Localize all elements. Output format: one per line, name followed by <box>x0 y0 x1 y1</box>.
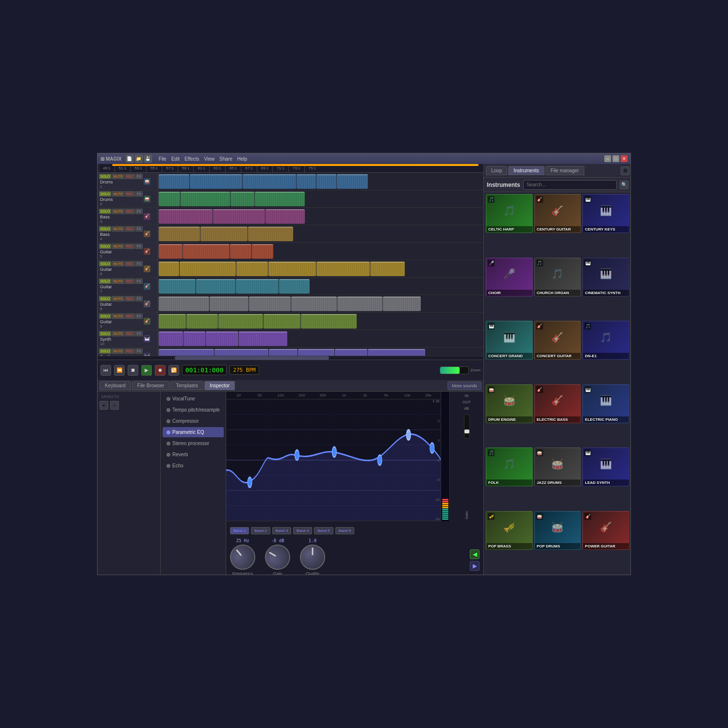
stop-button[interactable]: ⏹ <box>128 365 138 376</box>
search-input[interactable] <box>523 180 617 190</box>
clip[interactable] <box>159 244 182 259</box>
rec-button[interactable]: REC <box>125 191 135 197</box>
open-file-icon[interactable]: 📁 <box>135 155 143 163</box>
eq-graph[interactable]: 6 dB 3 0 -3 -6 -12 -24 <box>226 399 441 521</box>
rewind-button[interactable]: ⏮ <box>100 365 111 376</box>
clip[interactable] <box>255 192 305 206</box>
parametric-eq-item[interactable]: Parametric EQ <box>163 427 224 437</box>
solo-button[interactable]: SOLO <box>99 209 111 214</box>
clip[interactable] <box>210 297 248 311</box>
mute-button[interactable]: MUTE <box>112 296 124 301</box>
reverb-item[interactable]: Reverb <box>163 449 224 460</box>
track-lane[interactable] <box>158 243 483 260</box>
clip[interactable] <box>231 192 254 206</box>
instrument-card[interactable]: 🎸 CENTURY GUITAR 🎸 <box>534 194 581 233</box>
clip[interactable] <box>159 297 209 311</box>
clip[interactable] <box>236 262 268 276</box>
clip[interactable] <box>159 262 179 276</box>
clip[interactable] <box>159 314 186 329</box>
solo-button[interactable]: SOLO <box>99 226 111 232</box>
fx-button[interactable]: FX <box>135 296 143 301</box>
timeline-ruler[interactable]: 49:1 51:1 53:1 55:1 57:1 59:1 61:1 63:1 … <box>98 164 483 173</box>
track-lane[interactable] <box>158 278 483 295</box>
menu-effects[interactable]: Effects <box>184 156 199 162</box>
mute-button[interactable]: MUTE <box>112 226 124 232</box>
track-lane[interactable] <box>158 260 483 277</box>
fx-button[interactable]: FX <box>135 279 143 284</box>
compressor-item[interactable]: Compressor <box>163 416 224 426</box>
solo-button[interactable]: SOLO <box>99 296 111 301</box>
clip[interactable] <box>200 227 248 241</box>
fx-button[interactable]: FX <box>135 331 143 336</box>
track-lane[interactable] <box>158 330 483 347</box>
track-lane[interactable] <box>158 313 483 330</box>
menu-edit[interactable]: Edit <box>171 156 180 162</box>
fx-button[interactable]: FX <box>135 348 143 354</box>
instrument-card[interactable]: 🎸 CONCERT GUITAR 🎸 <box>534 321 581 360</box>
mute-button[interactable]: MUTE <box>112 314 124 319</box>
rec-button[interactable]: REC <box>125 279 135 284</box>
mute-button[interactable]: MUTE <box>112 279 124 284</box>
clip[interactable] <box>159 331 183 346</box>
fx-button[interactable]: FX <box>135 174 143 179</box>
clip[interactable] <box>239 331 287 346</box>
gain-knob[interactable] <box>260 540 295 574</box>
clip[interactable] <box>269 349 298 356</box>
rec-button[interactable]: REC <box>125 209 135 214</box>
file-manager-tab[interactable]: File manager <box>546 166 584 175</box>
tab-inspector[interactable]: Inspector <box>204 381 235 390</box>
search-icon[interactable]: 🔍 <box>620 181 629 189</box>
tab-filebrowser[interactable]: File Browser <box>132 381 170 390</box>
quality-knob[interactable] <box>300 545 325 570</box>
save-file-icon[interactable]: 💾 <box>144 155 152 163</box>
rec-button[interactable]: REC <box>125 314 135 319</box>
clip[interactable] <box>159 349 214 356</box>
instrument-card[interactable]: 🎵 FOLK 🎵 <box>486 447 533 486</box>
clip[interactable] <box>190 174 242 189</box>
remove-effect-button[interactable]: − <box>110 401 119 410</box>
clip[interactable] <box>159 174 189 189</box>
mute-button[interactable]: MUTE <box>112 209 124 214</box>
clip[interactable] <box>249 297 291 311</box>
band-4-button[interactable]: Band 4 <box>293 527 312 534</box>
clip[interactable] <box>218 314 263 329</box>
stereo-processor-item[interactable]: Stereo processor <box>163 438 224 448</box>
rec-button[interactable]: REC <box>125 331 135 336</box>
solo-button[interactable]: SOLO <box>99 279 111 284</box>
instrument-card[interactable]: 🎹 LEAD SYNTH 🎹 <box>582 447 629 486</box>
band-2-button[interactable]: Band 2 <box>251 527 270 534</box>
clip[interactable] <box>368 349 425 356</box>
mute-button[interactable]: MUTE <box>112 174 124 179</box>
master-gain-slider[interactable] <box>464 414 470 439</box>
mute-button[interactable]: MUTE <box>112 348 124 354</box>
tab-keyboard[interactable]: Keyboard <box>99 381 131 390</box>
solo-button[interactable]: SOLO <box>99 261 111 266</box>
clip[interactable] <box>206 331 238 346</box>
echo-item[interactable]: Echo <box>163 461 224 471</box>
mute-button[interactable]: MUTE <box>112 191 124 197</box>
mute-button[interactable]: MUTE <box>112 331 124 336</box>
instrument-card[interactable]: 🎹 CENTURY KEYS 🎹 <box>582 194 629 233</box>
band-1-button[interactable]: Band 1 <box>230 527 249 534</box>
solo-button[interactable]: SOLO <box>99 331 111 336</box>
solo-button[interactable]: SOLO <box>99 174 111 179</box>
instrument-card[interactable]: 🎵 CHURCH ORGAN 🎵 <box>534 258 581 297</box>
clip[interactable] <box>264 314 300 329</box>
band-3-button[interactable]: Band 3 <box>272 527 291 534</box>
instrument-card[interactable]: 🥁 DRUM ENGINE 🥁 <box>486 384 533 423</box>
clip[interactable] <box>183 244 230 259</box>
track-scrollbar[interactable] <box>98 356 483 360</box>
play-button[interactable]: ▶ <box>141 365 152 376</box>
track-lane[interactable] <box>158 173 483 190</box>
clip[interactable] <box>159 279 196 294</box>
clip[interactable] <box>316 262 370 276</box>
menu-help[interactable]: Help <box>237 156 248 162</box>
clip[interactable] <box>297 174 316 189</box>
fx-button[interactable]: FX <box>135 261 143 266</box>
instrument-card[interactable]: 🥁 POP DRUMS 🥁 <box>534 511 581 550</box>
menu-file[interactable]: File <box>159 156 166 162</box>
track-lane[interactable] <box>158 347 483 356</box>
clip[interactable] <box>335 349 367 356</box>
fx-button[interactable]: FX <box>135 209 143 214</box>
track-lane[interactable] <box>158 295 483 312</box>
